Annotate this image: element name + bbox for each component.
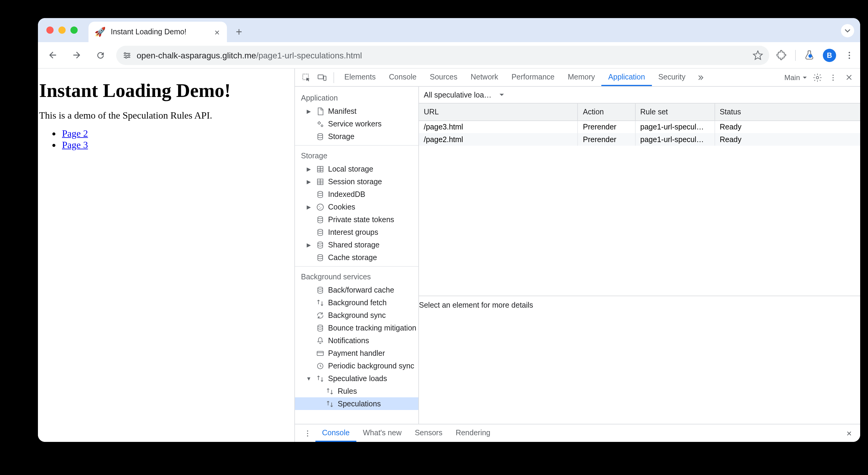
cell-ruleset: page1-url-specul… xyxy=(635,133,714,146)
table-row[interactable]: /page2.htmlPrerenderpage1-url-specul…Rea… xyxy=(419,133,860,146)
tab-title: Instant Loading Demo! xyxy=(111,28,208,36)
sidebar-item[interactable]: Background fetch xyxy=(295,296,418,309)
forward-button[interactable] xyxy=(68,47,85,63)
close-devtools-button[interactable] xyxy=(841,69,857,85)
extensions-button[interactable] xyxy=(776,50,787,60)
list-item: Page 3 xyxy=(62,140,288,150)
svg-point-1 xyxy=(128,54,130,56)
more-tabs-button[interactable] xyxy=(692,69,708,85)
bookmark-button[interactable] xyxy=(752,50,763,60)
sidebar-item[interactable]: Periodic background sync xyxy=(295,359,418,372)
separator xyxy=(334,72,334,83)
sidebar-item[interactable]: Payment handler xyxy=(295,347,418,359)
db-icon xyxy=(315,286,324,294)
device-toolbar-button[interactable] xyxy=(314,69,330,85)
devtools-panel: Elements Console Sources Network Perform… xyxy=(294,69,860,442)
page-link[interactable]: Page 3 xyxy=(62,140,88,150)
disclosure-triangle-icon: ▶ xyxy=(306,242,312,248)
browser-tab[interactable]: 🚀 Instant Loading Demo! × xyxy=(89,22,227,42)
site-info-button[interactable] xyxy=(122,50,132,60)
inspect-element-button[interactable] xyxy=(299,69,314,85)
drawer-tab-rendering[interactable]: Rendering xyxy=(449,424,497,442)
browser-window: 🚀 Instant Loading Demo! × + open-chalk-a… xyxy=(38,18,860,442)
sidebar-item-label: Notifications xyxy=(328,336,369,345)
tab-memory[interactable]: Memory xyxy=(561,69,602,86)
sidebar-item[interactable]: ▶Local storage xyxy=(295,162,418,175)
cell-action: Prerender xyxy=(578,133,636,146)
sidebar-section-title: Background services xyxy=(295,269,418,284)
close-drawer-button[interactable]: × xyxy=(843,428,855,438)
window-controls xyxy=(44,18,81,42)
svg-point-4 xyxy=(849,55,850,56)
sidebar-item-label: Service workers xyxy=(328,119,382,128)
page-link[interactable]: Page 2 xyxy=(62,128,88,139)
sidebar-item[interactable]: Storage xyxy=(295,130,418,143)
col-header-ruleset[interactable]: Rule set xyxy=(635,103,714,120)
sidebar-item[interactable]: Background sync xyxy=(295,309,418,322)
sidebar-item-label: Session storage xyxy=(328,177,382,186)
close-window-button[interactable] xyxy=(46,27,54,34)
sidebar-item[interactable]: Bounce tracking mitigation xyxy=(295,322,418,334)
sidebar-item[interactable]: ▶Cookies xyxy=(295,201,418,213)
devtools-drawer: Console What's new Sensors Rendering × xyxy=(295,424,860,442)
sidebar-item[interactable]: Rules xyxy=(295,385,418,397)
target-selector[interactable]: Main xyxy=(784,73,807,82)
svg-point-11 xyxy=(833,77,834,78)
sidebar-item[interactable]: Speculations xyxy=(295,397,418,410)
sidebar-item-label: Speculations xyxy=(338,399,381,408)
tab-search-button[interactable] xyxy=(841,24,854,37)
close-tab-button[interactable]: × xyxy=(213,27,221,37)
new-tab-button[interactable]: + xyxy=(230,24,247,40)
tab-network[interactable]: Network xyxy=(464,69,505,86)
profile-avatar[interactable]: B xyxy=(823,49,836,62)
col-header-url[interactable]: URL xyxy=(419,103,578,120)
svg-point-9 xyxy=(816,76,819,79)
sidebar-item[interactable]: Service workers xyxy=(295,117,418,130)
address-bar[interactable]: open-chalk-asparagus.glitch.me/page1-url… xyxy=(116,46,769,65)
cell-url: /page2.html xyxy=(419,133,578,146)
table-row[interactable]: /page3.htmlPrerenderpage1-url-specul…Rea… xyxy=(419,120,860,133)
tab-application[interactable]: Application xyxy=(602,69,652,86)
sidebar-item-label: Background fetch xyxy=(328,298,387,307)
tab-performance[interactable]: Performance xyxy=(505,69,561,86)
svg-point-5 xyxy=(849,57,850,59)
devtools-menu-button[interactable] xyxy=(825,69,841,85)
sidebar-item[interactable]: Notifications xyxy=(295,334,418,347)
sidebar-item[interactable]: IndexedDB xyxy=(295,188,418,201)
labs-button[interactable] xyxy=(804,50,814,60)
minimize-window-button[interactable] xyxy=(58,27,66,34)
tab-security[interactable]: Security xyxy=(652,69,692,86)
maximize-window-button[interactable] xyxy=(70,27,78,34)
cell-status: Ready xyxy=(714,120,860,133)
drawer-tab-sensors[interactable]: Sensors xyxy=(408,424,449,442)
sidebar-item[interactable]: Back/forward cache xyxy=(295,284,418,296)
sidebar-item[interactable]: ▼Speculative loads xyxy=(295,372,418,385)
tab-console[interactable]: Console xyxy=(382,69,423,86)
sidebar-item-label: Rules xyxy=(338,387,357,395)
back-button[interactable] xyxy=(44,47,61,63)
drawer-menu-button[interactable] xyxy=(300,425,315,441)
chrome-menu-button[interactable] xyxy=(844,50,854,60)
sidebar-item-label: Shared storage xyxy=(328,240,379,249)
col-header-action[interactable]: Action xyxy=(578,103,636,120)
sidebar-item-label: Interest groups xyxy=(328,228,378,236)
sidebar-item[interactable]: Private state tokens xyxy=(295,213,418,226)
drawer-tab-whatsnew[interactable]: What's new xyxy=(356,424,408,442)
sidebar-item[interactable]: Cache storage xyxy=(295,251,418,264)
toolbar-actions: B xyxy=(776,49,854,62)
sidebar-item-label: Cache storage xyxy=(328,253,377,262)
sidebar-item[interactable]: ▶Shared storage xyxy=(295,238,418,251)
sidebar-item[interactable]: ▶Manifest xyxy=(295,105,418,117)
sidebar-item[interactable]: Interest groups xyxy=(295,226,418,238)
disclosure-triangle-icon: ▶ xyxy=(306,204,312,210)
sidebar-item[interactable]: ▶Session storage xyxy=(295,175,418,188)
tab-elements[interactable]: Elements xyxy=(338,69,382,86)
svg-rect-7 xyxy=(318,75,323,79)
drawer-tab-console[interactable]: Console xyxy=(315,424,356,442)
svg-point-19 xyxy=(317,204,323,210)
filter-dropdown[interactable]: All speculative loa… xyxy=(424,91,504,99)
col-header-status[interactable]: Status xyxy=(714,103,860,120)
tab-sources[interactable]: Sources xyxy=(423,69,464,86)
settings-button[interactable] xyxy=(810,69,825,85)
reload-button[interactable] xyxy=(92,47,109,63)
